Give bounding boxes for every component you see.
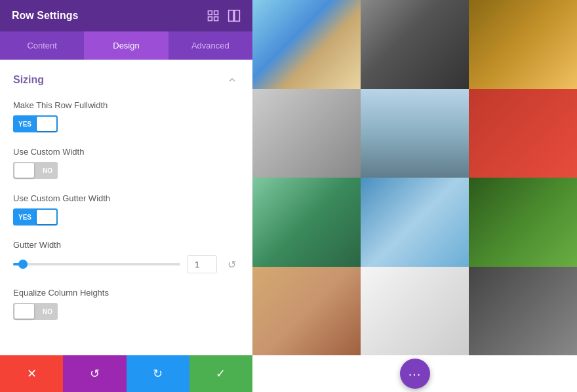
svg-rect-0 bbox=[209, 11, 212, 15]
photo-cell-1[interactable] bbox=[252, 0, 361, 89]
svg-rect-5 bbox=[235, 10, 240, 22]
equalize-heights-label: Equalize Column Heights bbox=[13, 288, 239, 298]
custom-width-toggle-wrapper: NO bbox=[13, 162, 239, 179]
bottom-bar: ✕ ↺ ↻ ✓ bbox=[0, 355, 252, 392]
custom-gutter-toggle-knob bbox=[37, 210, 56, 224]
panel-title: Row Settings bbox=[12, 10, 78, 22]
right-panel: ··· bbox=[252, 0, 577, 392]
sizing-section-header: Sizing bbox=[13, 73, 239, 87]
tab-advanced[interactable]: Advanced bbox=[169, 31, 252, 60]
gutter-slider-wrapper: ↺ bbox=[13, 255, 239, 273]
header-icons bbox=[207, 9, 241, 22]
panel-header: Row Settings bbox=[0, 0, 252, 31]
redo-button[interactable]: ↻ bbox=[127, 355, 189, 392]
photo-4-inner bbox=[252, 89, 361, 178]
left-panel: Row Settings Content Design Advanced Siz… bbox=[0, 0, 252, 392]
photo-9-inner bbox=[469, 178, 577, 267]
photo-cell-12[interactable] bbox=[469, 267, 577, 356]
gutter-reset-button[interactable]: ↺ bbox=[224, 256, 239, 272]
panel-content: Sizing Make This Row Fullwidth YES Use C… bbox=[0, 60, 252, 355]
equalize-toggle-wrapper: NO bbox=[13, 303, 239, 320]
save-button[interactable]: ✓ bbox=[189, 355, 252, 392]
photo-10-inner bbox=[252, 267, 361, 356]
equalize-toggle-label: NO bbox=[43, 308, 52, 315]
svg-rect-1 bbox=[214, 11, 218, 15]
photo-cell-4[interactable] bbox=[252, 89, 361, 178]
photo-cell-10[interactable] bbox=[252, 267, 361, 356]
custom-gutter-field: Use Custom Gutter Width YES bbox=[13, 193, 239, 225]
fab-icon: ··· bbox=[408, 366, 422, 382]
fullwidth-toggle-wrapper: YES bbox=[13, 115, 239, 132]
photo-grid bbox=[252, 0, 577, 355]
gutter-width-field: Gutter Width ↺ bbox=[13, 240, 239, 273]
custom-gutter-toggle[interactable]: YES bbox=[13, 208, 58, 225]
custom-width-label: Use Custom Width bbox=[13, 147, 239, 157]
equalize-toggle[interactable]: NO bbox=[13, 303, 58, 320]
custom-gutter-toggle-wrapper: YES bbox=[13, 208, 239, 225]
photo-cell-6[interactable] bbox=[469, 89, 577, 178]
fullwidth-field: Make This Row Fullwidth YES bbox=[13, 100, 239, 132]
fullwidth-toggle-label: YES bbox=[18, 121, 31, 128]
gutter-slider-input[interactable] bbox=[187, 255, 217, 273]
photo-6-inner bbox=[469, 89, 577, 178]
photo-cell-5[interactable] bbox=[361, 89, 469, 178]
photo-cell-3[interactable] bbox=[469, 0, 577, 89]
photo-cell-7[interactable] bbox=[252, 178, 361, 267]
gutter-width-label: Gutter Width bbox=[13, 240, 239, 250]
svg-rect-3 bbox=[209, 17, 212, 21]
custom-width-toggle[interactable]: NO bbox=[13, 162, 58, 179]
svg-rect-4 bbox=[229, 10, 234, 22]
fab-bar: ··· bbox=[252, 355, 577, 392]
photo-1-inner bbox=[252, 0, 361, 89]
redo-icon: ↻ bbox=[153, 366, 163, 381]
undo-button[interactable]: ↺ bbox=[63, 355, 126, 392]
sizing-title: Sizing bbox=[13, 74, 44, 86]
photo-7-inner bbox=[252, 178, 361, 267]
grid-icon[interactable] bbox=[228, 9, 241, 22]
photo-3-inner bbox=[469, 0, 577, 89]
equalize-toggle-knob bbox=[14, 304, 34, 319]
tab-design[interactable]: Design bbox=[84, 31, 168, 60]
photo-cell-9[interactable] bbox=[469, 178, 577, 267]
photo-2-inner bbox=[361, 0, 469, 89]
gutter-slider-track[interactable] bbox=[13, 263, 180, 265]
save-icon: ✓ bbox=[216, 366, 226, 381]
fullwidth-toggle-knob bbox=[37, 117, 56, 131]
custom-gutter-toggle-label: YES bbox=[18, 214, 31, 221]
equalize-heights-field: Equalize Column Heights NO bbox=[13, 288, 239, 320]
custom-width-toggle-label: NO bbox=[43, 167, 52, 174]
photo-cell-8[interactable] bbox=[361, 178, 469, 267]
photo-11-inner bbox=[361, 267, 469, 356]
custom-width-field: Use Custom Width NO bbox=[13, 147, 239, 179]
svg-rect-2 bbox=[214, 17, 218, 21]
expand-icon[interactable] bbox=[207, 9, 220, 22]
undo-icon: ↺ bbox=[90, 366, 100, 381]
tab-content[interactable]: Content bbox=[0, 31, 84, 60]
photo-cell-11[interactable] bbox=[361, 267, 469, 356]
fullwidth-label: Make This Row Fullwidth bbox=[13, 100, 239, 110]
tab-bar: Content Design Advanced bbox=[0, 31, 252, 60]
fullwidth-toggle[interactable]: YES bbox=[13, 115, 58, 132]
photo-cell-2[interactable] bbox=[361, 0, 469, 89]
photo-8-inner bbox=[361, 178, 469, 267]
photo-5-inner bbox=[361, 89, 469, 178]
collapse-button[interactable] bbox=[225, 73, 239, 87]
custom-gutter-label: Use Custom Gutter Width bbox=[13, 193, 239, 203]
custom-width-toggle-knob bbox=[14, 163, 34, 178]
gutter-slider-thumb[interactable] bbox=[18, 260, 28, 269]
photo-12-inner bbox=[469, 267, 577, 356]
fab-button[interactable]: ··· bbox=[400, 359, 430, 389]
cancel-button[interactable]: ✕ bbox=[0, 355, 63, 392]
cancel-icon: ✕ bbox=[27, 366, 37, 381]
